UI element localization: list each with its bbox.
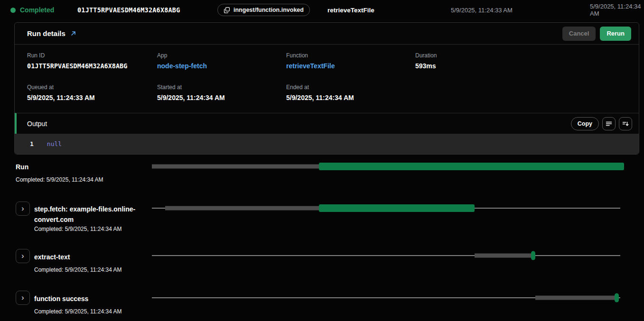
ended-at-value: 5/9/2025, 11:24:34 AM xyxy=(286,94,415,101)
run-details-title: Run details xyxy=(27,29,65,37)
expand-step-button[interactable]: › xyxy=(16,249,30,263)
run-details-header: Run details Cancel Rerun xyxy=(15,23,639,45)
field-label: Started at xyxy=(157,84,286,91)
function-name: retrieveTextFile xyxy=(327,7,374,14)
scroll-to-bottom-icon[interactable] xyxy=(619,117,632,130)
started-at-value: 5/9/2025, 11:24:34 AM xyxy=(157,94,286,101)
trace-bar-function-success xyxy=(152,293,624,303)
trace-completed-label: Completed: 5/9/2025, 11:24:34 AM xyxy=(34,308,644,315)
trace-row-run: Run Completed: 5/9/2025, 11:24:34 AM xyxy=(0,160,644,183)
run-id: 01JTT5RPVAESDM46M32A6X8ABG xyxy=(77,6,180,14)
trace-name: extract-text xyxy=(34,252,146,262)
trace-bar-extract-text xyxy=(152,251,624,260)
field-started-at: Started at 5/9/2025, 11:24:34 AM xyxy=(157,84,286,101)
trace-name: step.fetch: example-files.online-convert… xyxy=(34,204,146,225)
trace-completed-label: Completed: 5/9/2025, 11:24:34 AM xyxy=(34,226,644,232)
trace-name: Run xyxy=(16,162,127,172)
field-label: Function xyxy=(286,52,415,59)
field-queued-at: Queued at 5/9/2025, 11:24:33 AM xyxy=(27,84,157,101)
field-duration: Duration 593ms xyxy=(415,52,639,70)
run-details-card: Run details Cancel Rerun Run ID 01JTT5RP… xyxy=(14,22,639,155)
run-metadata: Run ID 01JTT5RPVAESDM46M32A6X8ABG App no… xyxy=(15,45,639,113)
trace-bar-step-fetch xyxy=(152,203,624,213)
trace-bar-run xyxy=(152,162,624,171)
trace-row-step-fetch: › step.fetch: example-files.online-conve… xyxy=(0,200,644,232)
run-id-value: 01JTT5RPVAESDM46M32A6X8ABG xyxy=(27,62,157,70)
duration-value: 593ms xyxy=(415,62,639,70)
run-detail-page: Completed 01JTT5RPVAESDM46M32A6X8ABG inn… xyxy=(0,0,644,321)
queued-at-value: 5/9/2025, 11:24:33 AM xyxy=(27,94,157,101)
started-timestamp: 5/9/2025, 11:24:34 AM xyxy=(590,3,644,17)
event-badge-label: inngest/function.invoked xyxy=(233,7,304,13)
status-dot-icon xyxy=(10,8,16,13)
field-label: Duration xyxy=(415,52,639,59)
trace-timeline: Run Completed: 5/9/2025, 11:24:34 AM › s… xyxy=(0,142,644,321)
copy-output-button[interactable]: Copy xyxy=(571,117,599,130)
trace-completed-label: Completed: 5/9/2025, 11:24:34 AM xyxy=(16,176,644,183)
field-ended-at: Ended at 5/9/2025, 11:24:34 AM xyxy=(286,84,415,101)
topbar: Completed 01JTT5RPVAESDM46M32A6X8ABG inn… xyxy=(0,0,644,20)
field-label: App xyxy=(157,52,286,59)
queued-timestamp: 5/9/2025, 11:24:33 AM xyxy=(451,7,513,14)
output-section-header: Output Copy xyxy=(15,113,639,134)
expand-step-button[interactable]: › xyxy=(16,202,30,216)
cancel-button[interactable]: Cancel xyxy=(562,27,596,41)
copy-event-icon xyxy=(224,7,230,13)
trace-name: function success xyxy=(34,293,146,304)
expand-step-button[interactable]: › xyxy=(16,291,30,305)
external-link-icon[interactable] xyxy=(70,30,76,37)
field-label: Run ID xyxy=(27,52,157,59)
trace-row-extract-text: › extract-text Completed: 5/9/2025, 11:2… xyxy=(0,245,644,273)
status-label: Completed xyxy=(20,6,54,14)
field-app: App node-step-fetch xyxy=(157,52,286,70)
run-status: Completed xyxy=(10,6,54,14)
field-label: Ended at xyxy=(286,84,415,91)
field-run-id: Run ID 01JTT5RPVAESDM46M32A6X8ABG xyxy=(27,52,157,70)
align-left-icon[interactable] xyxy=(602,117,616,130)
field-function: Function retrieveTextFile xyxy=(286,52,415,70)
field-label: Queued at xyxy=(27,84,157,91)
rerun-button[interactable]: Rerun xyxy=(600,27,631,41)
trace-completed-label: Completed: 5/9/2025, 11:24:34 AM xyxy=(34,266,644,273)
output-title: Output xyxy=(27,120,47,128)
function-link[interactable]: retrieveTextFile xyxy=(286,62,415,70)
trace-row-function-success: › function success Completed: 5/9/2025, … xyxy=(0,288,644,315)
app-link[interactable]: node-step-fetch xyxy=(157,62,286,70)
event-badge[interactable]: inngest/function.invoked xyxy=(217,4,310,16)
